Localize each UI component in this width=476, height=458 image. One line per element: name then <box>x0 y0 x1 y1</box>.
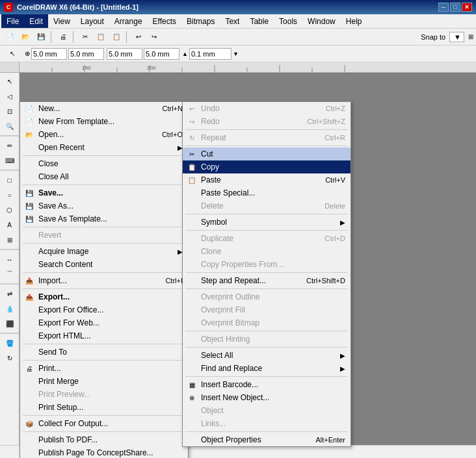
edit-insert-barcode[interactable]: ▦ Insert Barcode... <box>183 378 350 391</box>
export-office-icon <box>23 305 36 315</box>
edit-cut[interactable]: ✂ Cut <box>183 147 350 160</box>
arrow-tool[interactable]: ↖ <box>5 47 20 60</box>
file-export-web-label: Export For Web... <box>38 318 99 327</box>
ruler-corner <box>0 62 20 73</box>
file-publish-concept[interactable]: Publish Page To ConceptShare... <box>20 446 188 458</box>
file-save-as-label: Save As... <box>38 201 73 210</box>
edit-copy-label: Copy <box>201 162 219 172</box>
edit-sep-9 <box>185 376 348 377</box>
print-setup-icon <box>23 402 36 413</box>
redo-button[interactable]: ↪ <box>147 31 161 44</box>
rectangle-tool[interactable]: □ <box>2 173 18 187</box>
edit-paste[interactable]: 📋 Paste Ctrl+V <box>183 173 350 186</box>
file-save-template[interactable]: 💾 Save As Template... <box>20 212 188 225</box>
smart-fill-tool[interactable]: 🪣 <box>2 336 18 350</box>
transform-tool[interactable]: ↻ <box>2 351 18 365</box>
parallel-dimension-tool[interactable]: ↔ <box>2 252 18 266</box>
new-button[interactable]: 📄 <box>3 31 17 44</box>
blend-tool[interactable]: ⇌ <box>2 286 18 301</box>
file-acquire[interactable]: Acquire Image ▶ <box>20 245 188 258</box>
edit-duplicate-label: Duplicate <box>201 234 233 243</box>
menu-item-layout[interactable]: Layout <box>75 14 109 28</box>
edit-copy[interactable]: 📋 Copy <box>183 160 350 173</box>
tool-separator-5 <box>0 333 19 334</box>
edit-step-repeat[interactable]: Step and Repeat... Ctrl+Shift+D <box>183 274 350 287</box>
file-close-all[interactable]: Close All <box>20 170 188 183</box>
file-send-to[interactable]: Send To <box>20 346 188 359</box>
file-export-web[interactable]: Export For Web... <box>20 316 188 329</box>
edit-insert-object[interactable]: ⊕ Insert New Object... <box>183 391 350 404</box>
menu-item-tools[interactable]: Tools <box>274 14 302 28</box>
eyedropper-tool[interactable]: 💧 <box>2 301 18 316</box>
height-input[interactable]: 5.0 mm <box>144 48 179 60</box>
open-button[interactable]: 📂 <box>18 31 33 44</box>
menu-item-help[interactable]: Help <box>341 14 367 28</box>
edit-find-replace[interactable]: Find and Replace ▶ <box>183 362 350 375</box>
revert-icon <box>23 230 36 240</box>
file-export[interactable]: 📤 Export... <box>20 290 188 303</box>
menu-item-arrange[interactable]: Arrange <box>109 14 148 28</box>
menu-item-table[interactable]: Table <box>245 14 274 28</box>
menu-item-bitmaps[interactable]: Bitmaps <box>181 14 220 28</box>
file-print-setup[interactable]: Print Setup... <box>20 401 188 414</box>
file-export-office[interactable]: Export For Office... <box>20 303 188 316</box>
file-save-as[interactable]: 💾 Save As... <box>20 199 188 212</box>
edit-select-all[interactable]: Select All ▶ <box>183 349 350 362</box>
menu-item-view[interactable]: View <box>48 14 75 28</box>
file-new[interactable]: 📄 New... Ctrl+N <box>20 102 188 115</box>
text-tool[interactable]: A <box>2 218 18 232</box>
menu-item-file[interactable]: File <box>1 14 24 28</box>
save-button[interactable]: 💾 <box>34 31 48 44</box>
file-print[interactable]: 🖨 Print... <box>20 362 188 375</box>
snap-dropdown[interactable]: ▼ <box>449 32 464 42</box>
file-open[interactable]: 📂 Open... Ctrl+O <box>20 128 188 141</box>
print-button[interactable]: 🖨 <box>56 31 70 44</box>
smart-draw-tool[interactable]: ⌨ <box>2 153 18 168</box>
zoom-tool[interactable]: 🔍 <box>2 119 18 133</box>
file-import[interactable]: 📥 Import... Ctrl+I <box>20 274 188 287</box>
close-button[interactable]: ✕ <box>462 3 472 12</box>
select-tool[interactable]: ↖ <box>2 74 18 88</box>
edit-symbol[interactable]: Symbol ▶ <box>183 216 350 229</box>
duplicate-icon <box>185 233 198 244</box>
width-input[interactable]: 5.0 mm <box>107 48 142 60</box>
fill-tool[interactable]: ⬛ <box>2 316 18 331</box>
copy-button[interactable]: 📋 <box>94 31 108 44</box>
cut-button[interactable]: ✂ <box>78 31 92 44</box>
freehand-tool[interactable]: ✏ <box>2 138 18 153</box>
edit-object-properties[interactable]: Object Properties Alt+Enter <box>183 433 350 446</box>
maximize-button[interactable]: □ <box>450 3 460 12</box>
file-save[interactable]: 💾 Save... <box>20 186 188 199</box>
menu-item-effects[interactable]: Effects <box>148 14 181 28</box>
measure-input[interactable]: 0.1 mm <box>189 48 231 60</box>
file-close[interactable]: Close <box>20 157 188 170</box>
export-web-icon <box>23 318 36 328</box>
file-open-recent[interactable]: Open Recent ▶ <box>20 141 188 154</box>
polygon-tool[interactable]: ⬡ <box>2 203 18 217</box>
copy-icon: 📋 <box>185 162 198 172</box>
shape-tool[interactable]: ◁ <box>2 89 18 103</box>
minimize-button[interactable]: ─ <box>438 3 449 12</box>
separator-1 <box>51 31 53 43</box>
menu-item-edit[interactable]: Edit <box>24 14 48 28</box>
connector-tool[interactable]: ⌒ <box>2 267 18 281</box>
edit-overprint-fill-label: Overprint Fill <box>201 305 245 314</box>
edit-paste-special[interactable]: Paste Special... <box>183 186 350 199</box>
file-export-html[interactable]: Export HTML... <box>20 329 188 342</box>
y-coord[interactable]: 5.0 mm <box>68 48 104 60</box>
paste-button[interactable]: 📋 <box>109 31 124 44</box>
file-print-merge[interactable]: Print Merge <box>20 375 188 388</box>
table-tool[interactable]: ⊞ <box>2 233 18 247</box>
menu-item-text[interactable]: Text <box>220 14 245 28</box>
x-coord[interactable]: 5.0 mm <box>31 48 67 60</box>
pdf-icon <box>23 435 36 445</box>
file-new-template[interactable]: 📄 New From Template... <box>20 115 188 128</box>
crop-tool[interactable]: ⊡ <box>2 104 18 118</box>
undo-button[interactable]: ↩ <box>131 31 146 44</box>
menu-item-window[interactable]: Window <box>302 14 341 28</box>
file-publish-pdf[interactable]: Publish To PDF... <box>20 433 188 446</box>
file-search[interactable]: Search Content <box>20 258 188 271</box>
ellipse-tool[interactable]: ○ <box>2 188 18 202</box>
delete-icon <box>185 201 198 211</box>
file-collect[interactable]: 📦 Collect For Output... <box>20 417 188 430</box>
